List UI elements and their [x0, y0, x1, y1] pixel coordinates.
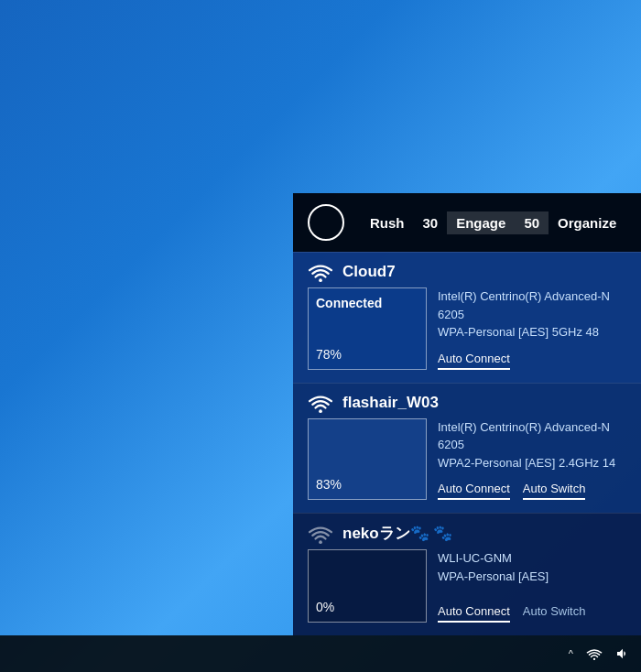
wifi-taskbar-icon[interactable]: [586, 647, 603, 660]
svg-point-2: [319, 540, 322, 544]
network-cloud7-body: Connected 78% Intel(R) Centrino(R) Advan…: [293, 287, 641, 383]
network-cloud7-actions: Auto Connect: [438, 349, 626, 370]
detail-line2-flashair: WPA2-Personal [AES] 2.4GHz 14: [438, 454, 626, 472]
auto-connect-neko[interactable]: Auto Connect: [438, 602, 510, 623]
menu-item-rush[interactable]: Rush: [361, 211, 414, 234]
network-neko-header: nekoラン🐾 🐾: [293, 514, 641, 549]
detail-line1-neko: WLI-UC-GNM: [438, 549, 626, 568]
menu-item-thirty[interactable]: 30: [414, 211, 448, 234]
top-bar: Rush 30 Engage 50 Organize: [293, 193, 641, 252]
signal-percent-neko: 0%: [316, 600, 418, 614]
network-flashair-actions: Auto Connect Auto Switch: [438, 479, 626, 500]
svg-point-0: [319, 278, 322, 282]
detail-line2-cloud7: WPA-Personal [AES] 5GHz 48: [438, 323, 626, 341]
network-flashair: flashair_W03 83% Intel(R) Centrino(R) Ad…: [293, 383, 641, 514]
menu-item-organize[interactable]: Organize: [549, 211, 625, 234]
network-flashair-body: 83% Intel(R) Centrino(R) Advanced-N 6205…: [293, 418, 641, 514]
network-neko-info: WLI-UC-GNM WPA-Personal [AES] Auto Conne…: [438, 549, 626, 623]
network-cloud7-details: Intel(R) Centrino(R) Advanced-N 6205 WPA…: [438, 287, 626, 341]
wifi-icon-flashair: [308, 393, 333, 413]
detail-line1-cloud7: Intel(R) Centrino(R) Advanced-N 6205: [438, 287, 626, 323]
svg-point-1: [319, 409, 322, 413]
wifi-panel: Rush 30 Engage 50 Organize Cloud7 Connec…: [293, 193, 641, 635]
network-neko-details: WLI-UC-GNM WPA-Personal [AES]: [438, 549, 626, 585]
network-cloud7-name: Cloud7: [342, 263, 396, 281]
network-neko-body: 0% WLI-UC-GNM WPA-Personal [AES] Auto Co…: [293, 549, 641, 635]
menu-item-fifty[interactable]: 50: [515, 211, 549, 234]
network-neko-actions: Auto Connect Auto Switch: [438, 602, 626, 623]
signal-percent-cloud7: 78%: [316, 347, 418, 362]
auto-switch-flashair[interactable]: Auto Switch: [523, 479, 586, 500]
wifi-icon-neko: [308, 524, 333, 544]
detail-line1-flashair: Intel(R) Centrino(R) Advanced-N 6205: [438, 418, 626, 454]
network-flashair-name: flashair_W03: [342, 394, 439, 412]
auto-switch-neko[interactable]: Auto Switch: [523, 602, 586, 623]
taskbar: ^: [0, 635, 641, 672]
network-neko: nekoラン🐾 🐾 0% WLI-UC-GNM WPA-Personal [AE…: [293, 513, 641, 635]
svg-point-3: [593, 658, 595, 660]
wifi-icon-cloud7: [308, 262, 333, 282]
network-neko-name: nekoラン🐾 🐾: [342, 523, 452, 544]
auto-connect-flashair[interactable]: Auto Connect: [438, 479, 510, 500]
auto-connect-cloud7[interactable]: Auto Connect: [438, 349, 510, 370]
volume-taskbar-icon[interactable]: [615, 646, 630, 661]
network-flashair-info: Intel(R) Centrino(R) Advanced-N 6205 WPA…: [438, 418, 626, 501]
signal-box-flashair[interactable]: 83%: [308, 418, 427, 501]
cortana-circle[interactable]: [308, 204, 344, 241]
detail-line2-neko: WPA-Personal [AES]: [438, 568, 626, 586]
network-flashair-header: flashair_W03: [293, 384, 641, 418]
notification-chevron[interactable]: ^: [569, 648, 573, 659]
network-flashair-details: Intel(R) Centrino(R) Advanced-N 6205 WPA…: [438, 418, 626, 472]
top-menu: Rush 30 Engage 50 Organize: [361, 211, 626, 234]
menu-item-engage[interactable]: Engage: [447, 211, 515, 234]
network-cloud7-info: Intel(R) Centrino(R) Advanced-N 6205 WPA…: [438, 287, 626, 370]
signal-box-cloud7[interactable]: Connected 78%: [308, 287, 427, 370]
network-cloud7-header: Cloud7: [293, 253, 641, 287]
connected-status: Connected: [316, 296, 418, 310]
signal-box-neko[interactable]: 0%: [308, 549, 427, 623]
signal-percent-flashair: 83%: [316, 477, 418, 492]
network-cloud7: Cloud7 Connected 78% Intel(R) Centrino(R…: [293, 252, 641, 383]
